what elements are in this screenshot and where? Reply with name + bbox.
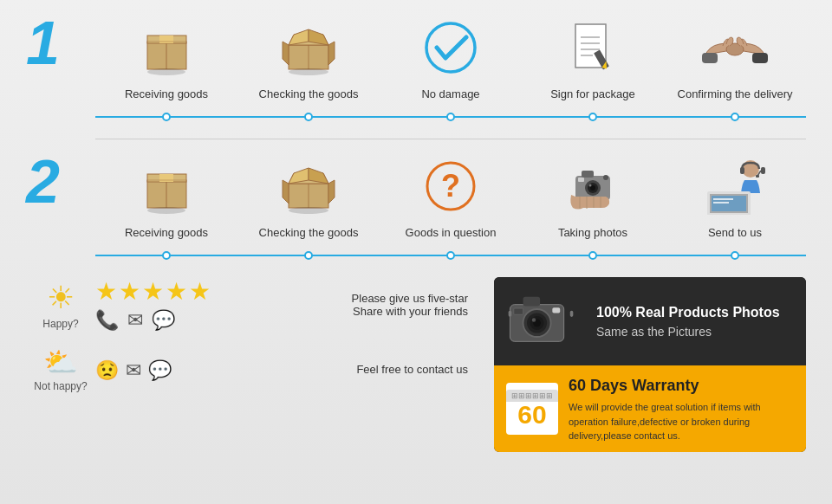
step-send-us: Send to us [664,152,806,244]
svg-marker-9 [328,42,335,65]
happy-row: ☀ Happy? ★ ★ ★ ★ ★ 📞 ✉ 💬 [26,277,477,332]
warranty-title: 60 Days Warranty [569,374,794,397]
svg-rect-25 [752,53,768,63]
sad-face-icon: 😟 [95,359,119,382]
warranty-badge: ⊞⊞⊞⊞⊞⊞ 60 [506,383,558,435]
stars-row: ★ ★ ★ ★ ★ [95,277,352,306]
warranty-body: We will provide the great solution if it… [569,402,761,441]
box-closed-icon [132,13,201,82]
dot-5 [731,113,739,121]
section-divider [95,139,806,139]
step-number-2: 2 [26,152,78,212]
svg-point-39 [289,207,328,214]
social-icons-row: 📞 ✉ 💬 [95,309,352,332]
camera-area [506,289,584,353]
star-2: ★ [119,277,140,306]
step-number-1: 1 [26,13,78,74]
svg-rect-52 [761,167,765,174]
handshake-icon [700,13,770,82]
dot-7 [304,251,313,260]
svg-marker-35 [328,180,335,204]
step-goods-question: ? Goods in question [380,152,522,244]
star-5: ★ [189,277,211,306]
cloud-icon: ⛅ [43,346,78,378]
step-checking-goods-1: Checking the goods [237,13,380,106]
step-label-no-damage: No damage [421,87,479,100]
step-checking-goods-2: Checking the goods [237,152,380,244]
not-happy-label: Not happy? [34,380,87,392]
section-2: 2 Receiving goods [26,152,806,262]
step-label-checking-2: Checking the goods [259,226,359,239]
products-photos-line1: 100% Real Products Photos [596,302,780,323]
step-label-send-us: Send to us [708,226,762,239]
right-top-text: 100% Real Products Photos Same as the Pi… [596,302,780,341]
box-open-icon-2 [274,152,343,221]
steps-row-2: Receiving goods [95,152,806,244]
step-taking-photos: Taking photos [522,152,664,244]
step-label-confirming: Confirming the delivery [678,87,793,100]
svg-rect-54 [756,175,759,178]
dot-10 [731,251,739,260]
question-icon: ? [416,152,485,221]
checkmark-icon [416,13,485,82]
step-receiving-goods-1: Receiving goods [95,13,237,106]
dot-1 [162,113,171,121]
star-3: ★ [142,277,164,306]
svg-rect-71 [509,311,512,317]
phone-icon: 📞 [95,309,119,332]
dot-8 [446,251,455,260]
dot-2 [304,113,313,121]
mail-icon: ✉ [127,309,143,332]
steps-row-1: Receiving goods [95,13,806,106]
right-top: 100% Real Products Photos Same as the Pi… [494,277,806,365]
timeline-2 [95,255,806,256]
star-1: ★ [95,277,117,306]
svg-rect-63 [523,297,541,307]
svg-rect-43 [582,171,594,178]
dot-9 [588,251,597,260]
svg-point-49 [603,175,608,180]
mail-icon-2: ✉ [126,359,141,382]
bottom-left: ☀ Happy? ★ ★ ★ ★ ★ 📞 ✉ 💬 [26,277,494,452]
sun-icon: ☀ [47,280,75,316]
share-friends-text: Share with your friends [352,305,477,318]
bottom-section: ☀ Happy? ★ ★ ★ ★ ★ 📞 ✉ 💬 [26,277,806,452]
happy-icon-area: ☀ Happy? [26,280,95,330]
warranty-text: 60 Days Warranty We will provide the gre… [569,374,794,443]
warranty-number: 60 [517,402,546,428]
svg-point-13 [289,68,328,75]
box-closed-icon-2 [132,152,201,221]
star-4: ★ [166,277,187,306]
step-confirming-delivery: Confirming the delivery [664,13,806,106]
svg-text:?: ? [441,168,460,204]
svg-rect-72 [570,311,574,317]
svg-point-14 [426,23,475,72]
right-panel: 100% Real Products Photos Same as the Pi… [494,277,806,452]
svg-rect-58 [712,196,746,211]
wechat-icon: 💬 [148,359,172,382]
svg-point-68 [532,318,536,321]
svg-rect-69 [552,307,560,313]
contact-icons-row: 😟 ✉ 💬 [95,359,356,382]
step-label-taking-photos: Taking photos [558,226,627,239]
svg-rect-48 [578,178,584,182]
happy-content: ★ ★ ★ ★ ★ 📞 ✉ 💬 [95,277,352,332]
svg-marker-8 [283,42,289,65]
step-label-receiving-1: Receiving goods [125,87,208,100]
happy-label: Happy? [42,318,78,330]
svg-rect-51 [740,167,744,174]
dot-3 [446,113,455,121]
svg-point-31 [147,207,185,214]
dot-4 [588,113,597,121]
svg-rect-24 [702,53,718,63]
photo-camera-icon [558,152,627,221]
step-no-damage: No damage [380,13,522,106]
step-sign-package: Sign for package [522,13,664,106]
chat-icon: 💬 [152,309,175,332]
step-label-receiving-2: Receiving goods [125,226,208,239]
document-icon [558,13,627,82]
not-happy-icon-area: ⛅ Not happy? [26,346,95,392]
step-label-sign: Sign for package [550,87,635,100]
person-laptop-icon [700,152,770,221]
not-happy-content: 😟 ✉ 💬 [95,356,356,382]
